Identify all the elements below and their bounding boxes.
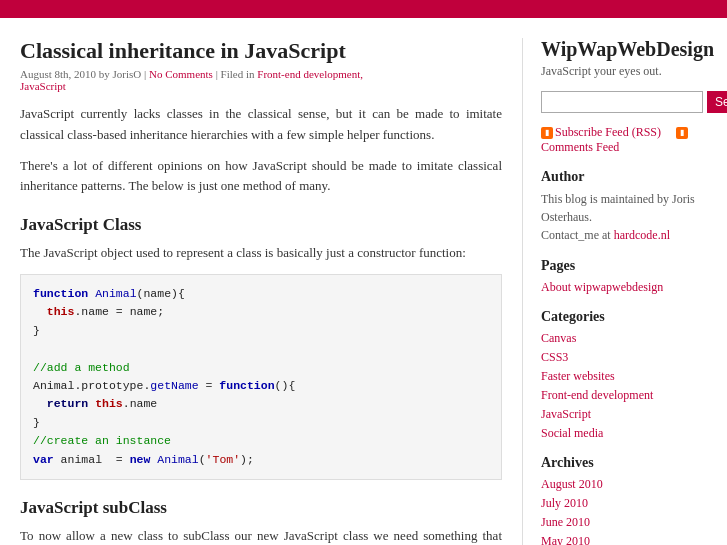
post-date: August 8th, 2010 by JorisO | <box>20 68 146 80</box>
list-item: Faster websites <box>541 368 712 384</box>
post-paragraph-2: There's a lot of different opinions on h… <box>20 156 502 198</box>
author-link[interactable]: hardcode.nl <box>614 228 670 242</box>
list-item: CSS3 <box>541 349 712 365</box>
archives-list: August 2010 July 2010 June 2010 May 2010… <box>541 476 712 545</box>
sidebar-author-section: Author This blog is maintained by Joris … <box>541 169 712 244</box>
code-block-1: function Animal(name){ this.name = name;… <box>20 274 502 480</box>
list-item: June 2010 <box>541 514 712 530</box>
archives-heading: Archives <box>541 455 712 471</box>
author-text: This blog is maintained by Joris Osterha… <box>541 190 712 244</box>
category-frontend[interactable]: Front-end development <box>541 388 653 402</box>
archive-jun2010[interactable]: June 2010 <box>541 515 590 529</box>
section1-title: JavaScript Class <box>20 215 502 235</box>
section1-paragraph: The JavaScript object used to represent … <box>20 243 502 264</box>
sidebar-pages-section: Pages About wipwapwebdesign <box>541 258 712 295</box>
categories-list: Canvas CSS3 Faster websites Front-end de… <box>541 330 712 441</box>
list-item: JavaScript <box>541 406 712 422</box>
archive-aug2010[interactable]: August 2010 <box>541 477 603 491</box>
list-item: August 2010 <box>541 476 712 492</box>
search-input[interactable] <box>541 91 703 113</box>
post-meta: August 8th, 2010 by JorisO | No Comments… <box>20 68 502 92</box>
feed-links: ▮Subscribe Feed (RSS) ▮Comments Feed <box>541 125 712 155</box>
subscribe-feed-link[interactable]: Subscribe Feed (RSS) <box>555 125 661 139</box>
search-button[interactable]: Search <box>707 91 727 113</box>
post-paragraph-1: JavaScript currently lacks classes in th… <box>20 104 502 146</box>
search-area: Search <box>541 91 712 113</box>
post-filed: | Filed in <box>216 68 255 80</box>
section2-paragraph-1: To now allow a new class to subClass our… <box>20 526 502 545</box>
rss-icon-1: ▮ <box>541 127 553 139</box>
post-tag-link[interactable]: JavaScript <box>20 80 66 92</box>
category-canvas[interactable]: Canvas <box>541 331 576 345</box>
page-link-about[interactable]: About wipwapwebdesign <box>541 280 663 294</box>
post-body: JavaScript currently lacks classes in th… <box>20 104 502 545</box>
category-faster[interactable]: Faster websites <box>541 369 615 383</box>
sidebar-archives-section: Archives August 2010 July 2010 June 2010… <box>541 455 712 545</box>
category-javascript[interactable]: JavaScript <box>541 407 591 421</box>
archive-jul2010[interactable]: July 2010 <box>541 496 588 510</box>
list-item: Canvas <box>541 330 712 346</box>
post-comments-link[interactable]: No Comments <box>149 68 213 80</box>
list-item: May 2010 <box>541 533 712 545</box>
post-title: Classical inheritance in JavaScript <box>20 38 502 64</box>
section2-title: JavaScript subClass <box>20 498 502 518</box>
comments-feed-link[interactable]: Comments Feed <box>541 140 619 154</box>
category-social[interactable]: Social media <box>541 426 603 440</box>
list-item: Social media <box>541 425 712 441</box>
author-heading: Author <box>541 169 712 185</box>
list-item: About wipwapwebdesign <box>541 279 712 295</box>
site-title: WipWapWebDesign <box>541 38 712 61</box>
pages-list: About wipwapwebdesign <box>541 279 712 295</box>
main-content: Classical inheritance in JavaScript Augu… <box>20 38 502 545</box>
list-item: July 2010 <box>541 495 712 511</box>
post-category-link[interactable]: Front-end development, <box>257 68 363 80</box>
categories-heading: Categories <box>541 309 712 325</box>
sidebar-categories-section: Categories Canvas CSS3 Faster websites F… <box>541 309 712 441</box>
sidebar: WipWapWebDesign JavaScript your eyes out… <box>522 38 712 545</box>
pages-heading: Pages <box>541 258 712 274</box>
list-item: Front-end development <box>541 387 712 403</box>
category-css3[interactable]: CSS3 <box>541 350 568 364</box>
archive-may2010[interactable]: May 2010 <box>541 534 590 545</box>
site-tagline: JavaScript your eyes out. <box>541 64 712 79</box>
rss-icon-2: ▮ <box>676 127 688 139</box>
